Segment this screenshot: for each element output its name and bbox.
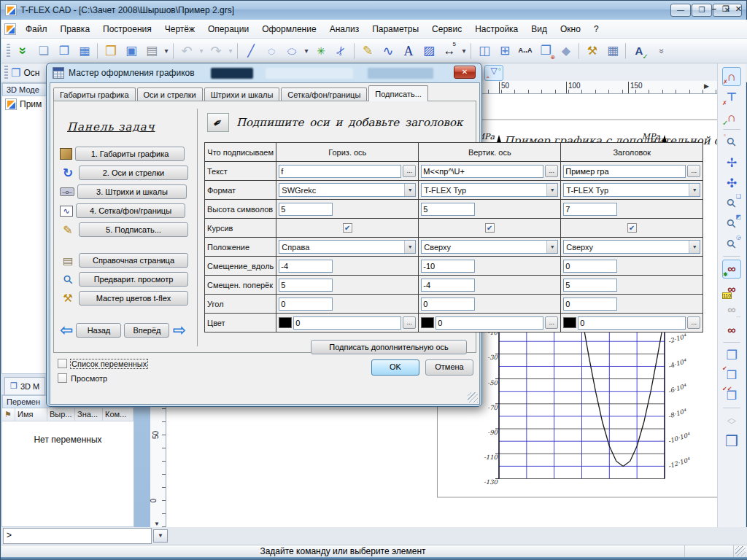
sketch-tool-icon[interactable]: ✎ xyxy=(358,42,377,61)
text-title-browse[interactable]: ... xyxy=(687,165,700,177)
layers-view-icon[interactable]: ∞ ✱ xyxy=(722,260,741,279)
print-icon[interactable]: ▤ xyxy=(142,42,161,61)
command-input[interactable]: > xyxy=(3,528,152,544)
layers-config-icon[interactable]: ∞ 110 xyxy=(722,280,741,299)
menu-item[interactable]: Окно xyxy=(554,21,587,37)
text-title-input[interactable] xyxy=(563,165,686,178)
zoom-previous-icon[interactable]: ⚲ ◩ xyxy=(722,214,741,233)
menu-item[interactable]: Файл xyxy=(19,21,54,37)
app-menu-icon[interactable] xyxy=(4,23,16,35)
resize-grip[interactable] xyxy=(735,546,746,556)
italic-horizontal-checkbox[interactable]: ✔ xyxy=(343,223,352,233)
zoom-window-icon[interactable]: ⚲ ▫ xyxy=(722,133,741,152)
tab-3d-model[interactable]: ❒ 3D М xyxy=(4,377,45,394)
tab-shtrihi[interactable]: Штрихи и шкалы xyxy=(204,88,280,101)
restore-button[interactable]: ❐ xyxy=(692,4,712,17)
tab-osi[interactable]: Оси и стрелки xyxy=(137,88,203,101)
mdi-button[interactable]: – xyxy=(712,4,716,14)
offset-along-vertical-input[interactable] xyxy=(421,260,475,273)
node-tool-icon[interactable]: ✳ xyxy=(311,42,330,61)
text-spacing-icon[interactable]: A‥A xyxy=(516,42,535,61)
check-model-icon[interactable]: ❒ ✔ xyxy=(722,366,741,385)
ok-button[interactable]: OK xyxy=(371,359,419,376)
dialog-resize-grip[interactable] xyxy=(468,392,478,402)
angle-vertical-input[interactable] xyxy=(421,298,475,311)
back-button[interactable]: Назад xyxy=(76,323,121,338)
variables-list-checkbox[interactable] xyxy=(58,359,67,368)
zoom-page-icon[interactable]: ⚲ ❏ xyxy=(722,194,741,213)
offset-along-title-input[interactable] xyxy=(563,260,617,273)
tab-podpisat[interactable]: Подписать... xyxy=(368,85,428,101)
color-horizontal-input[interactable] xyxy=(293,316,401,330)
forward-button[interactable]: Вперёд xyxy=(124,323,169,338)
color-swatch[interactable] xyxy=(421,317,434,328)
task-extra-button[interactable]: Предварит. просмотр xyxy=(79,272,188,287)
back-arrow-icon[interactable]: ⇦ xyxy=(60,323,73,338)
angle-title-input[interactable] xyxy=(563,298,617,311)
text-vertical-browse[interactable]: ... xyxy=(545,165,558,177)
minimize-button[interactable]: — xyxy=(670,4,691,17)
open-file-icon[interactable]: ❐ xyxy=(101,42,120,61)
mdi-button[interactable]: ❐ xyxy=(722,4,729,14)
text-horizontal-input[interactable] xyxy=(279,165,401,178)
new-window-icon[interactable]: ▦ xyxy=(75,42,94,61)
menu-item[interactable]: Вид xyxy=(525,21,554,37)
ellipse-tool-icon[interactable]: ◌ xyxy=(282,42,301,61)
selector-filter-icon[interactable]: ▽ ▵ ○ xyxy=(484,65,503,81)
label-extra-axis-button[interactable]: Подписать дополнительную ось xyxy=(311,340,467,354)
spellcheck-icon[interactable]: A ✓ xyxy=(630,42,649,61)
offset-across-title-input[interactable] xyxy=(563,279,617,292)
dropdown-caret[interactable]: ▾ xyxy=(198,42,205,61)
snap-apply-icon[interactable]: ∩ ✓ xyxy=(722,108,741,127)
color-swatch[interactable] xyxy=(279,317,292,328)
position-title-combo[interactable]: Сверху▼ xyxy=(563,240,700,254)
italic-vertical-checkbox[interactable]: ✔ xyxy=(485,223,495,233)
menu-item[interactable]: ? xyxy=(587,21,605,37)
toolbar-overflow-icon[interactable]: » xyxy=(652,42,671,61)
menu-item[interactable]: Анализ xyxy=(323,21,366,37)
height-vertical-input[interactable] xyxy=(421,203,475,216)
circle-tool-icon[interactable]: ◌ xyxy=(262,42,281,61)
hatch-tool-icon[interactable]: ▨ xyxy=(419,42,438,61)
new-3d-model-icon[interactable]: ❒ xyxy=(55,42,74,61)
offset-along-horizontal-input[interactable] xyxy=(279,260,333,273)
dropdown-caret[interactable]: ▾ xyxy=(460,42,468,61)
column-value[interactable]: Зна... xyxy=(75,408,103,421)
snap-magnet-icon[interactable]: ∩ ✗ xyxy=(722,67,741,86)
command-dropdown-button[interactable]: ▼ xyxy=(153,529,168,542)
format-horizontal-combo[interactable]: SWGrekc▼ xyxy=(279,183,416,197)
color-swatch[interactable] xyxy=(563,317,576,328)
color-horizontal-browse[interactable]: ... xyxy=(403,316,416,329)
cancel-button[interactable]: Отмена xyxy=(425,359,473,376)
task-step-button[interactable]: 5. Подписать... xyxy=(79,222,188,237)
text-vertical-input[interactable] xyxy=(421,165,543,178)
spline-tool-icon[interactable]: ∿ xyxy=(379,42,398,61)
offset-across-vertical-input[interactable] xyxy=(421,279,475,292)
menu-item[interactable]: Правка xyxy=(54,21,97,37)
copy-properties-icon[interactable]: ❐ ⊕ xyxy=(536,42,555,61)
forward-arrow-icon[interactable]: ⇨ xyxy=(172,323,185,338)
italic-title-checkbox[interactable]: ✔ xyxy=(627,223,637,233)
dropdown-caret[interactable]: ▾ xyxy=(163,42,170,61)
task-extra-button[interactable]: Справочная страница xyxy=(79,253,188,268)
copy-pages-icon[interactable]: ❐ xyxy=(722,346,741,365)
redo-icon[interactable]: ↷ xyxy=(206,42,225,61)
layers-red-icon[interactable]: ∞ xyxy=(722,321,741,340)
color-title-browse[interactable]: ... xyxy=(687,316,700,329)
task-step-button[interactable]: 3. Штрихи и шкалы xyxy=(77,184,187,199)
position-vertical-combo[interactable]: Сверху▼ xyxy=(421,240,558,254)
new-document-icon[interactable]: ❏ xyxy=(34,42,53,61)
variables-list-label[interactable]: Список переменных xyxy=(71,359,147,368)
task-step-button[interactable]: 1. Габариты графика xyxy=(75,147,185,161)
menu-item[interactable]: Операции xyxy=(201,21,255,37)
flag-column-icon[interactable]: ⚑ xyxy=(2,408,15,421)
offset-across-horizontal-input[interactable] xyxy=(279,279,333,292)
column-comment[interactable]: Ком... xyxy=(103,408,133,421)
dimension-tool-icon[interactable]: ↔ 5 xyxy=(440,42,459,61)
column-name[interactable]: Имя xyxy=(15,408,47,421)
dialog-close-button[interactable]: ✕ xyxy=(454,66,476,79)
fit-all-icon[interactable]: » xyxy=(14,42,33,61)
zoom-extents-icon[interactable]: ✢ xyxy=(722,153,741,172)
menu-item[interactable]: Параметры xyxy=(365,21,425,37)
calculator-icon[interactable]: ▦ xyxy=(603,42,622,61)
